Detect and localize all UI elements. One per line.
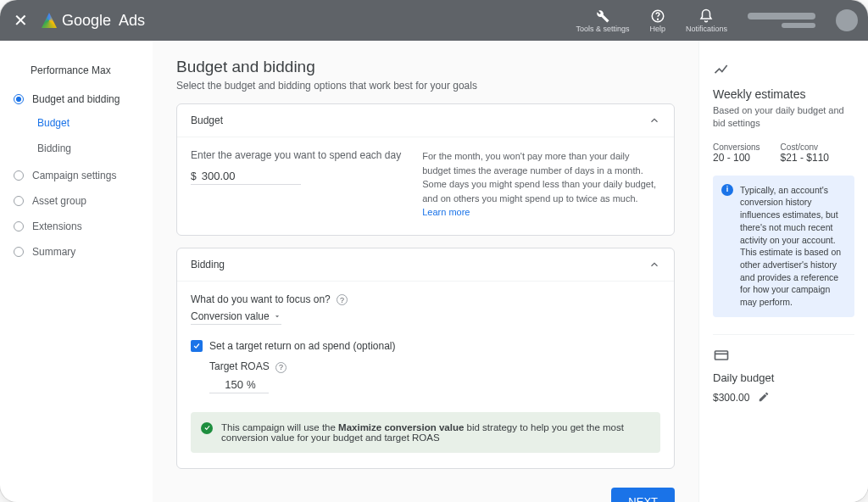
budget-field-label: Enter the average you want to spend each… bbox=[191, 149, 407, 161]
budget-card: Budget Enter the average you want to spe… bbox=[176, 103, 675, 236]
card-icon bbox=[713, 347, 730, 364]
daily-budget-value: $300.00 bbox=[713, 392, 749, 404]
help-label: Help bbox=[649, 25, 665, 33]
metric-cost-value: $21 - $110 bbox=[781, 152, 829, 164]
focus-select[interactable]: Conversion value bbox=[191, 309, 281, 325]
weekly-estimates-title: Weekly estimates bbox=[713, 87, 854, 101]
step-indicator-icon bbox=[14, 221, 24, 231]
account-placeholder bbox=[748, 13, 815, 28]
help-circle-icon bbox=[650, 8, 665, 24]
estimate-info-text: Typically, an account's conversion histo… bbox=[740, 184, 846, 309]
tools-settings-label: Tools & settings bbox=[576, 25, 629, 33]
substep-budget[interactable]: Budget bbox=[31, 112, 146, 134]
focus-label-row: What do you want to focus on? ? bbox=[191, 293, 660, 306]
learn-more-link[interactable]: Learn more bbox=[422, 207, 470, 217]
step-label: Campaign settings bbox=[32, 170, 116, 181]
weekly-estimates-sub: Based on your daily budget and bid setti… bbox=[713, 104, 854, 131]
daily-budget-title: Daily budget bbox=[713, 371, 854, 384]
budget-help-text: For the month, you won't pay more than y… bbox=[422, 149, 660, 220]
substep-bidding[interactable]: Bidding bbox=[31, 137, 146, 159]
currency-symbol: $ bbox=[191, 170, 197, 182]
brand: Google Ads bbox=[42, 12, 145, 30]
step-label: Asset group bbox=[32, 195, 86, 207]
estimate-info-box: i Typically, an account's conversion his… bbox=[713, 176, 854, 317]
step-label: Summary bbox=[32, 246, 75, 258]
roas-label: Target ROAS bbox=[209, 360, 270, 372]
wrench-icon bbox=[595, 8, 610, 24]
budget-amount-input[interactable] bbox=[202, 170, 270, 182]
page-title: Budget and bidding bbox=[176, 58, 675, 76]
chevron-up-icon bbox=[648, 114, 660, 126]
callout-strategy-name: Maximize conversion value bbox=[338, 422, 464, 432]
google-ads-logo-icon bbox=[42, 13, 57, 28]
step-indicator-icon bbox=[14, 94, 24, 104]
help-tooltip-icon[interactable]: ? bbox=[275, 362, 287, 373]
chevron-up-icon bbox=[648, 259, 660, 271]
step-extensions[interactable]: Extensions bbox=[7, 214, 146, 239]
avatar[interactable] bbox=[836, 9, 858, 31]
trend-line-icon bbox=[713, 61, 730, 78]
svg-point-1 bbox=[657, 19, 658, 20]
step-indicator-icon bbox=[14, 196, 24, 206]
setup-stepper: Performance Max Budget and bidding Budge… bbox=[0, 41, 153, 502]
next-button[interactable]: NEXT bbox=[611, 488, 675, 503]
bidding-card: Bidding What do you want to focus on? ? … bbox=[176, 248, 675, 469]
pencil-icon bbox=[758, 391, 770, 403]
info-icon: i bbox=[721, 184, 733, 196]
bidding-header-label: Bidding bbox=[191, 259, 225, 271]
step-asset-group[interactable]: Asset group bbox=[7, 188, 146, 214]
budget-header-label: Budget bbox=[191, 114, 223, 126]
notifications-label: Notifications bbox=[686, 25, 727, 33]
bell-icon bbox=[698, 8, 714, 24]
step-indicator-icon bbox=[14, 247, 24, 257]
target-roas-checkbox[interactable] bbox=[191, 340, 203, 352]
metric-conversions-label: Conversions bbox=[713, 142, 760, 152]
check-icon bbox=[192, 342, 201, 350]
notifications-button[interactable]: Notifications bbox=[686, 8, 727, 33]
step-indicator-icon bbox=[14, 170, 24, 181]
check-circle-icon bbox=[201, 422, 213, 434]
metric-cost-label: Cost/conv bbox=[781, 142, 829, 152]
brand-sub: Ads bbox=[119, 12, 145, 29]
edit-budget-button[interactable] bbox=[758, 391, 770, 405]
step-campaign-settings[interactable]: Campaign settings bbox=[7, 163, 146, 188]
budget-header[interactable]: Budget bbox=[177, 104, 674, 137]
bidding-header[interactable]: Bidding bbox=[177, 248, 674, 282]
step-budget-bidding[interactable]: Budget and bidding bbox=[7, 86, 146, 112]
roas-unit: % bbox=[247, 379, 256, 391]
svg-rect-2 bbox=[715, 351, 728, 360]
brand-main: Google bbox=[62, 12, 111, 29]
metric-conversions-value: 20 - 100 bbox=[713, 152, 760, 164]
close-button[interactable]: ✕ bbox=[14, 10, 28, 31]
caret-down-icon bbox=[273, 312, 281, 321]
step-summary[interactable]: Summary bbox=[7, 239, 146, 265]
tools-settings-button[interactable]: Tools & settings bbox=[576, 8, 629, 33]
target-roas-cb-label: Set a target return on ad spend (optiona… bbox=[209, 340, 395, 352]
focus-label: What do you want to focus on? bbox=[191, 293, 331, 305]
step-label: Extensions bbox=[32, 220, 82, 232]
bid-strategy-callout: This campaign will use the Maximize conv… bbox=[191, 412, 660, 453]
focus-select-value: Conversion value bbox=[191, 310, 270, 322]
step-label: Budget and bidding bbox=[32, 93, 120, 105]
roas-label-row: Target ROAS ? bbox=[209, 360, 660, 373]
help-tooltip-icon[interactable]: ? bbox=[337, 294, 348, 305]
help-button[interactable]: Help bbox=[649, 8, 665, 33]
page-subtitle: Select the budget and bidding options th… bbox=[176, 80, 675, 92]
target-roas-input[interactable] bbox=[209, 378, 243, 391]
nav-title: Performance Max bbox=[7, 58, 146, 86]
